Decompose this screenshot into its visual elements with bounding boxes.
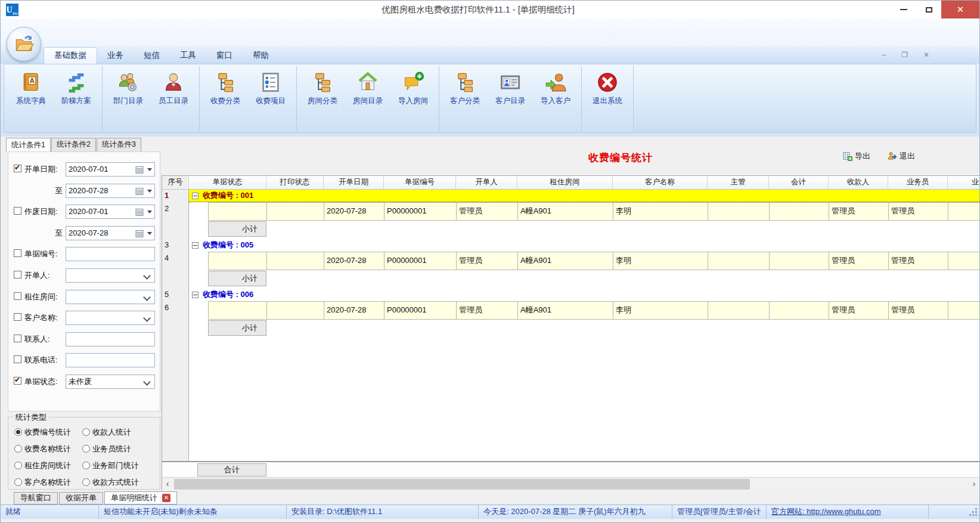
- cell-业务部门[interactable]: [948, 301, 979, 320]
- calendar-icon[interactable]: [135, 165, 144, 174]
- maximize-button[interactable]: [916, 1, 941, 18]
- ribbon-button-收费项目[interactable]: 收费项目: [248, 68, 293, 130]
- chevron-down-icon[interactable]: [143, 272, 151, 280]
- ribbon-button-阶梯方案[interactable]: 阶梯方案: [54, 68, 99, 130]
- table-row[interactable]: 42020-07-28P00000001管理员A幢A901李明管理员管理员: [162, 252, 979, 270]
- filter-text-input[interactable]: [66, 332, 155, 346]
- column-header-客户名称[interactable]: 客户名称: [613, 176, 708, 189]
- cell-开单人[interactable]: 管理员: [457, 301, 518, 320]
- ribbon-button-房间分类[interactable]: 房间分类: [300, 68, 345, 130]
- filter-date-input[interactable]: 2020-07-01: [66, 162, 155, 177]
- cell-租住房间[interactable]: A幢A901: [518, 252, 613, 270]
- cell-主管[interactable]: [708, 202, 770, 221]
- ribbon-button-导入房间[interactable]: 导入房间: [390, 68, 436, 130]
- collapse-icon[interactable]: [192, 292, 199, 298]
- column-header-收款人[interactable]: 收款人: [829, 176, 888, 189]
- filter-select-input[interactable]: [66, 268, 155, 283]
- dropdown-arrow-icon[interactable]: [147, 232, 152, 235]
- document-tab-导航窗口[interactable]: 导航窗口: [14, 492, 58, 505]
- cell-业务员[interactable]: 管理员: [889, 202, 948, 221]
- filter-select-input[interactable]: 未作废: [66, 375, 155, 389]
- chevron-down-icon[interactable]: [143, 293, 151, 301]
- condition-tab-统计条件1[interactable]: 统计条件1: [6, 138, 51, 152]
- cell-单据编号[interactable]: P00000001: [384, 252, 457, 270]
- status-website-link[interactable]: 官方网站: http://www.ghutu.com: [767, 505, 929, 519]
- column-header-开单人[interactable]: 开单人: [456, 176, 517, 189]
- condition-tab-统计条件3[interactable]: 统计条件3: [97, 138, 141, 152]
- group-header-row[interactable]: 1收费编号 : 001: [162, 189, 979, 202]
- cell-会计[interactable]: [770, 252, 829, 270]
- cell-客户名称[interactable]: 李明: [613, 202, 708, 221]
- checkbox-联系人[interactable]: [14, 335, 21, 342]
- ribbon-button-系统字典[interactable]: A系统字典: [8, 68, 54, 130]
- checkbox-联系电话[interactable]: [14, 355, 21, 363]
- ribbon-tab-基础数据[interactable]: 基础数据: [44, 47, 97, 64]
- chevron-down-icon[interactable]: [143, 378, 151, 386]
- ribbon-button-员工目录[interactable]: 员工目录: [151, 68, 196, 130]
- cell-收款人[interactable]: 管理员: [829, 252, 889, 270]
- column-header-业务员[interactable]: 业务员: [888, 176, 948, 189]
- mdi-close-icon[interactable]: ✕: [923, 51, 929, 59]
- table-row[interactable]: 22020-07-28P00000001管理员A幢A901李明管理员管理员: [162, 202, 979, 221]
- cell-租住房间[interactable]: A幢A901: [518, 301, 613, 320]
- cell-会计[interactable]: [770, 202, 829, 221]
- collapse-icon[interactable]: [192, 242, 199, 249]
- scroll-left-arrow-icon[interactable]: ‹: [162, 478, 173, 491]
- exit-report-button[interactable]: 退出: [888, 151, 915, 162]
- document-tab-单据明细统计[interactable]: 单据明细统计✕: [104, 491, 177, 505]
- resize-grip-icon[interactable]: [969, 505, 979, 518]
- calendar-icon[interactable]: [135, 187, 144, 195]
- radio-option-收款人统计[interactable]: 收款人统计: [82, 427, 131, 437]
- cell-业务员[interactable]: 管理员: [889, 252, 948, 270]
- cell-会计[interactable]: [770, 301, 829, 320]
- filter-date-input[interactable]: 2020-07-28: [66, 184, 155, 198]
- horizontal-scrollbar[interactable]: ‹ ›: [162, 477, 979, 491]
- column-header-序号[interactable]: 序号: [162, 176, 189, 189]
- checkbox-单据编号[interactable]: [14, 249, 21, 257]
- cell-业务部门[interactable]: [948, 202, 979, 221]
- minimize-button[interactable]: [891, 1, 916, 18]
- column-header-主管[interactable]: 主管: [708, 176, 769, 189]
- dropdown-arrow-icon[interactable]: [147, 211, 152, 213]
- mdi-minimize-icon[interactable]: –: [882, 51, 886, 59]
- cell-开单日期[interactable]: 2020-07-28: [324, 252, 384, 270]
- ribbon-tab-业务[interactable]: 业务: [97, 47, 134, 64]
- ribbon-button-收费分类[interactable]: 收费分类: [203, 68, 248, 130]
- filter-text-input[interactable]: [66, 353, 155, 367]
- ribbon-button-客户分类[interactable]: 客户分类: [442, 68, 488, 130]
- cell-打印状态[interactable]: [267, 301, 324, 320]
- calendar-icon[interactable]: [135, 229, 144, 237]
- column-header-单据编号[interactable]: 单据编号: [384, 176, 456, 189]
- ribbon-tab-窗口[interactable]: 窗口: [206, 47, 243, 64]
- cell-客户名称[interactable]: 李明: [613, 252, 708, 270]
- cell-单据编号[interactable]: P00000001: [384, 202, 457, 221]
- ribbon-button-退出系统[interactable]: 退出系统: [585, 68, 630, 130]
- export-button[interactable]: 导出: [843, 151, 870, 162]
- column-header-单据状态[interactable]: 单据状态: [189, 176, 266, 189]
- radio-option-收款方式统计[interactable]: 收款方式统计: [82, 477, 139, 487]
- checkbox-租住房间[interactable]: [14, 292, 21, 300]
- condition-tab-统计条件2[interactable]: 统计条件2: [51, 138, 96, 152]
- file-menu-button[interactable]: [7, 27, 41, 61]
- group-header-row[interactable]: 5收费编号 : 006: [162, 288, 979, 301]
- ribbon-button-客户目录[interactable]: 客户目录: [488, 68, 533, 130]
- cell-打印状态[interactable]: [267, 252, 324, 270]
- cell-主管[interactable]: [708, 252, 770, 270]
- column-header-业务部门[interactable]: 业务部门: [948, 176, 979, 189]
- cell-租住房间[interactable]: A幢A901: [518, 202, 613, 221]
- radio-option-业务员统计[interactable]: 业务员统计: [82, 444, 131, 453]
- checkbox-单据状态[interactable]: [14, 377, 21, 385]
- radio-option-客户名称统计[interactable]: 客户名称统计: [14, 477, 71, 487]
- scrollbar-thumb[interactable]: [174, 479, 750, 490]
- filter-date-input[interactable]: 2020-07-01: [66, 205, 155, 219]
- collapse-icon[interactable]: [192, 193, 199, 199]
- filter-select-input[interactable]: [66, 290, 155, 304]
- ribbon-button-房间目录[interactable]: 房间目录: [345, 68, 390, 130]
- cell-单据状态[interactable]: [209, 252, 267, 270]
- document-tab-收据开单[interactable]: 收据开单: [59, 492, 103, 505]
- radio-option-业务部门统计[interactable]: 业务部门统计: [82, 460, 139, 470]
- cell-业务员[interactable]: 管理员: [889, 301, 948, 320]
- close-button[interactable]: ✕: [941, 1, 979, 18]
- ribbon-button-部门目录[interactable]: 部门目录: [106, 68, 151, 130]
- cell-单据编号[interactable]: P00000001: [384, 301, 457, 320]
